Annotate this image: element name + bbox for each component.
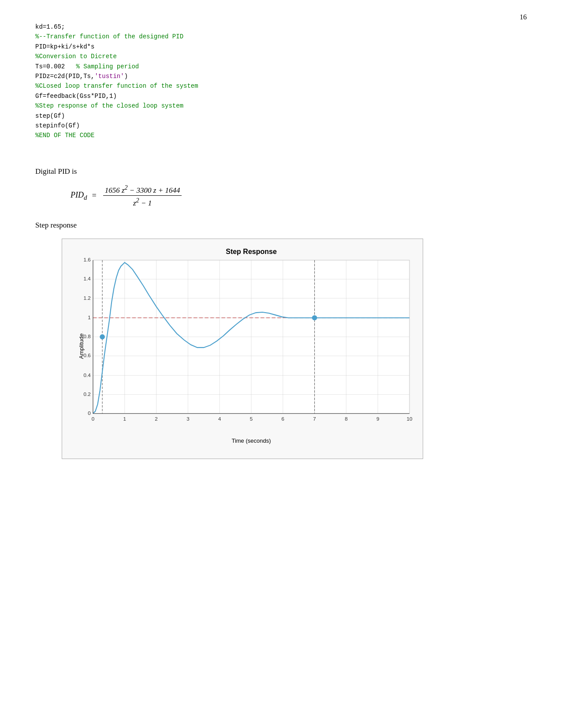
y-axis-label: Amplitude [78,333,85,359]
svg-text:1: 1 [123,416,126,422]
formula-container: PIDd = 1656 z2 − 3300 z + 1644 z2 − 1 [71,184,527,208]
step-response-label: Step response [35,221,527,230]
svg-text:1.4: 1.4 [84,276,91,281]
svg-text:6: 6 [282,416,284,422]
svg-text:3: 3 [186,416,189,422]
svg-point-45 [312,315,317,320]
svg-text:7: 7 [313,416,316,422]
x-axis-label: Time (seconds) [93,437,409,444]
svg-text:10: 10 [407,416,413,422]
formula-denominator: z2 − 1 [131,196,153,208]
svg-text:5: 5 [250,416,253,422]
digital-pid-label: Digital PID is [35,167,527,176]
chart-svg: .tick-label { font-family: Arial, sans-s… [93,260,409,432]
svg-text:0: 0 [88,410,90,416]
svg-text:0.4: 0.4 [84,372,91,378]
page-number: 16 [520,13,527,21]
chart-title: Step Response [93,248,409,256]
svg-text:4: 4 [218,416,221,422]
svg-text:1.6: 1.6 [84,257,91,262]
code-block: kd=1.65; %--Transfer function of the des… [35,22,527,141]
svg-text:8: 8 [345,416,347,422]
svg-text:1.2: 1.2 [84,295,91,301]
svg-text:2: 2 [155,416,157,422]
svg-text:9: 9 [376,416,379,422]
svg-text:0.2: 0.2 [84,391,91,397]
chart-area: Amplitude .tick-label { font-family: Ari… [93,260,409,432]
svg-point-44 [100,335,105,340]
formula-lhs: PIDd [71,190,87,202]
svg-text:0: 0 [92,416,94,422]
svg-text:1: 1 [88,314,90,320]
chart-container: Step Response Amplitude .tick-label { fo… [62,239,423,459]
formula-numerator: 1656 z2 − 3300 z + 1644 [103,184,182,196]
formula-equals: = [92,191,97,200]
formula-fraction: 1656 z2 − 3300 z + 1644 z2 − 1 [103,184,182,208]
